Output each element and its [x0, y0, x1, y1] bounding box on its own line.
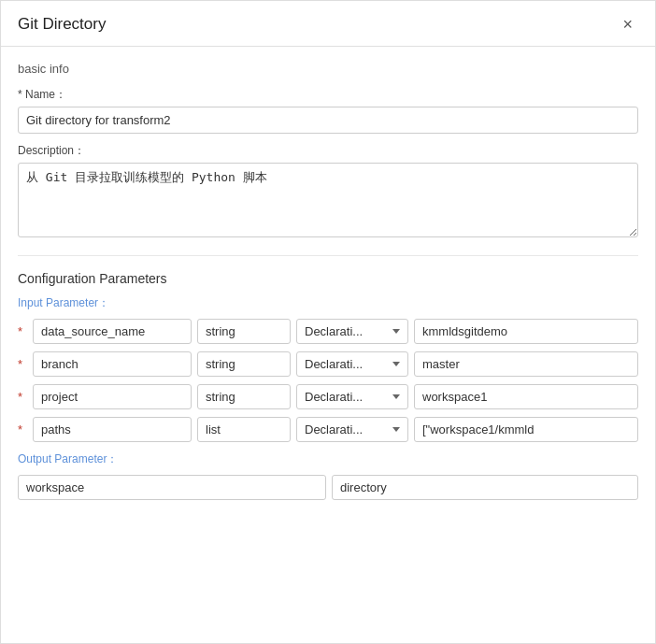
dialog-header: Git Directory ×	[1, 1, 655, 47]
param-row: * Declarati...	[18, 384, 638, 409]
param-value-input[interactable]	[414, 351, 638, 377]
param-value-input[interactable]	[414, 319, 638, 344]
section-divider	[18, 255, 638, 256]
param-name-input[interactable]	[33, 351, 192, 377]
description-label: Description：	[18, 143, 638, 159]
param-row: * Declarati...	[18, 351, 638, 377]
required-star: *	[18, 357, 27, 371]
dialog-title: Git Directory	[18, 15, 106, 34]
git-directory-dialog: Git Directory × basic info * Name： Descr…	[0, 0, 656, 644]
output-row	[18, 475, 638, 500]
param-value-input[interactable]	[414, 417, 638, 442]
param-row: * Declarati...	[18, 319, 638, 344]
required-star: *	[18, 324, 27, 338]
input-param-label: Input Parameter：	[18, 295, 638, 311]
param-decl-select[interactable]: Declarati...	[296, 351, 408, 377]
output-param-label: Output Parameter：	[18, 451, 638, 467]
output-value-input[interactable]	[332, 475, 638, 500]
param-decl-select[interactable]: Declarati...	[296, 384, 408, 409]
param-name-input[interactable]	[33, 417, 192, 442]
param-name-input[interactable]	[33, 319, 192, 344]
required-star: *	[18, 390, 27, 404]
required-star: *	[18, 422, 27, 436]
description-input[interactable]: 从 Git 目录拉取训练模型的 Python 脚本	[18, 163, 638, 237]
param-type-input[interactable]	[197, 417, 291, 442]
param-type-input[interactable]	[197, 351, 291, 377]
name-input[interactable]	[18, 107, 638, 134]
param-row: * Declarati...	[18, 417, 638, 442]
param-type-input[interactable]	[197, 319, 291, 344]
dialog-body: basic info * Name： Description： 从 Git 目录…	[1, 47, 655, 643]
param-name-input[interactable]	[33, 384, 192, 409]
name-label: * Name：	[18, 87, 638, 103]
param-type-input[interactable]	[197, 384, 291, 409]
param-value-input[interactable]	[414, 384, 638, 409]
close-button[interactable]: ×	[617, 14, 638, 35]
param-decl-select[interactable]: Declarati...	[296, 319, 408, 344]
output-name-input[interactable]	[18, 475, 326, 500]
param-decl-select[interactable]: Declarati...	[296, 417, 408, 442]
config-section-label: Configuration Parameters	[18, 271, 638, 286]
description-field-group: Description： 从 Git 目录拉取训练模型的 Python 脚本	[18, 143, 638, 240]
name-field-group: * Name：	[18, 87, 638, 134]
basic-info-label: basic info	[18, 62, 638, 76]
